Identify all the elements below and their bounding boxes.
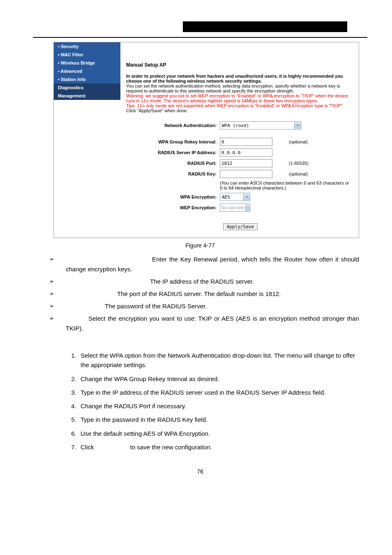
input-radius-key[interactable] — [220, 170, 272, 178]
desc-item: ➢ Select the encryption you want to use:… — [49, 314, 359, 333]
select-wep-enc-value: Disabled — [220, 205, 245, 210]
figure-caption: Figure 4-77 — [33, 242, 367, 249]
label-radius-key: RADIUS Key: — [126, 171, 220, 176]
step-item: Click to save the new configuration. — [78, 442, 355, 452]
sidebar-item-security[interactable]: Security — [54, 42, 120, 51]
select-wpa-enc[interactable]: AES — [220, 193, 250, 201]
step-item: Use the default setting AES of WPA Encry… — [78, 429, 355, 438]
content-title: Manual Setup AP — [126, 62, 355, 68]
desc-item: ➢ The IP address of the RADIUS server. — [49, 277, 359, 287]
select-net-auth-value: WPA (rood) — [220, 123, 294, 128]
sidebar: Security MAC Filter Wireless Bridge Adva… — [54, 42, 120, 238]
radius-key-note: (You can enter ASCII characters between … — [220, 180, 351, 190]
desc-item: ➢ The port of the RADIUS server. The def… — [49, 289, 359, 299]
steps-list: Select the WPA option from the Network A… — [62, 351, 355, 452]
hint-rekey: (optional) — [272, 139, 308, 144]
desc-text: Enter the Key Renewal period, which tell… — [66, 256, 359, 273]
content-panel: Manual Setup AP In order to protect your… — [120, 42, 359, 238]
label-wpa-enc: WPA Encryption: — [126, 194, 220, 199]
label-radius-port: RADIUS Port: — [126, 161, 220, 166]
desc-text: Select the encryption you want to use: T… — [66, 315, 359, 332]
sidebar-item-station-info[interactable]: Station Info — [54, 75, 120, 83]
desc-item: ➢ The password of the RADIUS Server. — [49, 301, 359, 311]
sidebar-item-wireless-bridge[interactable]: Wireless Bridge — [54, 59, 120, 67]
step-item: Type in the IP address of the RADIUS ser… — [78, 388, 355, 397]
step-item: Select the WPA option from the Network A… — [78, 351, 355, 370]
step7-prefix: Click — [81, 444, 96, 451]
desc-text: The password of the RADIUS Server. — [105, 303, 207, 310]
step-item: Change the WPA Group Rekey Interval as d… — [78, 374, 355, 384]
page-number: 76 — [33, 468, 367, 475]
header-blackbox — [183, 21, 347, 32]
router-screenshot: Security MAC Filter Wireless Bridge Adva… — [53, 42, 359, 238]
chevron-down-icon — [245, 204, 250, 211]
input-radius-port[interactable] — [220, 159, 272, 167]
description-list: ➢ Enter the Key Renewal period, which te… — [49, 254, 359, 333]
intro-plain: You can set the network authentication m… — [126, 83, 340, 93]
label-radius-ip: RADIUS Server IP Address: — [126, 150, 220, 155]
intro-bold: In order to protect your network from ha… — [126, 74, 343, 83]
header-rule — [33, 37, 367, 38]
hint-radius-port: (1-65535) — [272, 161, 309, 166]
input-radius-ip[interactable] — [220, 148, 272, 157]
desc-item: ➢ Enter the Key Renewal period, which te… — [49, 254, 359, 274]
bullet-arrow-icon: ➢ — [49, 301, 66, 311]
step-item: Type in the password in the RADIUS Key f… — [78, 415, 355, 424]
bullet-arrow-icon: ➢ — [49, 277, 66, 287]
sidebar-item-mac-filter[interactable]: MAC Filter — [54, 51, 120, 59]
desc-text: The IP address of the RADIUS server. — [150, 278, 254, 285]
intro-tips: Tips: 11n only mode are not supported wh… — [126, 103, 344, 108]
intro-warning: Warning: we suggest you not to set WEP e… — [126, 93, 348, 103]
step-item: Change the RADIUS Port if necessary. — [78, 401, 355, 411]
chevron-down-icon — [243, 194, 250, 200]
bullet-arrow-icon: ➢ — [49, 254, 66, 274]
hint-radius-key: (optional) — [272, 171, 308, 176]
sidebar-item-diagnostics[interactable]: Diagnostics — [54, 83, 120, 92]
sidebar-item-advanced[interactable]: Advanced — [54, 67, 120, 75]
desc-text: The port of the RADIUS server. The defau… — [117, 290, 281, 297]
bullet-arrow-icon: ➢ — [49, 314, 66, 333]
apply-save-button[interactable]: Apply/Save — [223, 223, 258, 230]
select-wpa-enc-value: AES — [220, 194, 243, 200]
label-rekey: WPA Group Rekey Interval: — [126, 139, 220, 144]
label-net-auth: Network Authentication: — [126, 123, 220, 128]
step7-suffix: to save the new configuration. — [130, 444, 212, 451]
input-rekey[interactable] — [220, 138, 272, 146]
bullet-arrow-icon: ➢ — [49, 289, 66, 299]
select-wep-enc: Disabled — [220, 204, 250, 212]
chevron-down-icon — [294, 122, 301, 129]
sidebar-item-management[interactable]: Management — [54, 92, 120, 100]
select-net-auth[interactable]: WPA (rood) — [220, 121, 301, 130]
label-wep-enc: WEP Encryption: — [126, 205, 220, 210]
intro-click: Click "Apply/Save" when done. — [126, 108, 188, 113]
